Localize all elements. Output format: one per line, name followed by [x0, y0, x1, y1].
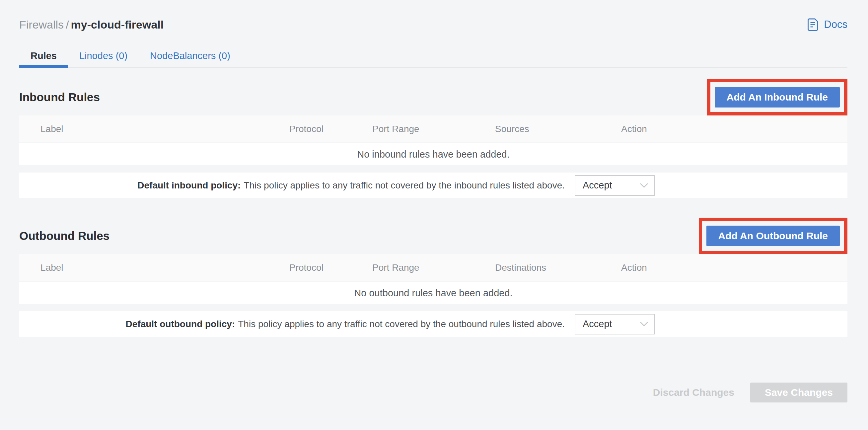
column-header-label: Label — [40, 263, 289, 273]
outbound-policy-row: Default outbound policy:This policy appl… — [19, 311, 847, 337]
outbound-policy-text: Default outbound policy:This policy appl… — [126, 319, 565, 330]
inbound-policy-text: Default inbound policy:This policy appli… — [137, 180, 565, 191]
document-icon — [807, 18, 819, 31]
inbound-empty-message: No inbound rules have been added. — [357, 149, 510, 160]
page-title: my-cloud-firewall — [71, 18, 164, 31]
chevron-down-icon — [640, 321, 648, 327]
inbound-table-header-row: Label Protocol Port Range Sources Action — [19, 116, 847, 143]
annotation-rectangle-inbound: Add An Inbound Rule — [707, 79, 848, 116]
column-header-protocol: Protocol — [289, 263, 372, 273]
tab-nodebalancers[interactable]: NodeBalancers (0) — [139, 50, 242, 68]
inbound-policy-description: This policy applies to any traffic not c… — [244, 180, 565, 190]
chevron-down-icon — [640, 183, 648, 188]
outbound-empty-message-row: No outbound rules have been added. — [19, 282, 847, 304]
inbound-rules-table: Label Protocol Port Range Sources Action… — [19, 116, 847, 198]
tab-rules[interactable]: Rules — [19, 50, 68, 68]
column-header-action: Action — [621, 124, 826, 134]
breadcrumb-firewalls-link[interactable]: Firewalls — [19, 18, 64, 31]
tab-linodes[interactable]: Linodes (0) — [68, 50, 139, 68]
annotation-rectangle-outbound: Add An Outbound Rule — [699, 218, 847, 254]
inbound-policy-select[interactable]: Accept — [575, 175, 655, 196]
inbound-policy-row: Default inbound policy:This policy appli… — [19, 173, 847, 198]
inbound-policy-label: Default inbound policy: — [137, 180, 241, 190]
outbound-policy-select[interactable]: Accept — [575, 314, 655, 334]
outbound-section-header: Outbound Rules Add An Outbound Rule — [19, 218, 847, 254]
tab-bar: Rules Linodes (0) NodeBalancers (0) — [19, 50, 847, 68]
inbound-rules-heading: Inbound Rules — [19, 91, 100, 104]
outbound-table-header-row: Label Protocol Port Range Destinations A… — [19, 254, 847, 282]
inbound-policy-selected-value: Accept — [583, 180, 612, 191]
inbound-section-header: Inbound Rules Add An Inbound Rule — [19, 79, 847, 116]
column-header-protocol: Protocol — [289, 124, 372, 134]
breadcrumb-separator: / — [64, 18, 71, 31]
add-outbound-rule-button[interactable]: Add An Outbound Rule — [706, 226, 840, 246]
docs-label: Docs — [824, 19, 847, 31]
breadcrumb: Firewalls/my-cloud-firewall — [19, 17, 163, 32]
add-inbound-rule-button[interactable]: Add An Inbound Rule — [715, 87, 840, 108]
inbound-empty-message-row: No inbound rules have been added. — [19, 143, 847, 165]
outbound-policy-description: This policy applies to any traffic not c… — [238, 319, 565, 329]
column-header-label: Label — [40, 124, 289, 134]
column-header-destinations: Destinations — [495, 263, 621, 273]
top-bar: Firewalls/my-cloud-firewall Docs — [19, 17, 847, 32]
outbound-rules-heading: Outbound Rules — [19, 229, 110, 243]
column-header-port-range: Port Range — [372, 124, 495, 134]
outbound-policy-label: Default outbound policy: — [126, 319, 235, 329]
column-header-action: Action — [621, 263, 826, 273]
column-header-port-range: Port Range — [372, 263, 495, 273]
firewall-detail-page: Firewalls/my-cloud-firewall Docs Rules L… — [0, 0, 868, 430]
docs-link[interactable]: Docs — [807, 18, 847, 31]
footer-actions: Discard Changes Save Changes — [19, 382, 847, 402]
outbound-empty-message: No outbound rules have been added. — [354, 288, 512, 299]
outbound-policy-selected-value: Accept — [583, 318, 612, 330]
outbound-rules-table: Label Protocol Port Range Destinations A… — [19, 254, 847, 337]
save-changes-button[interactable]: Save Changes — [750, 382, 847, 402]
column-header-sources: Sources — [495, 124, 621, 134]
discard-changes-button[interactable]: Discard Changes — [653, 387, 734, 398]
